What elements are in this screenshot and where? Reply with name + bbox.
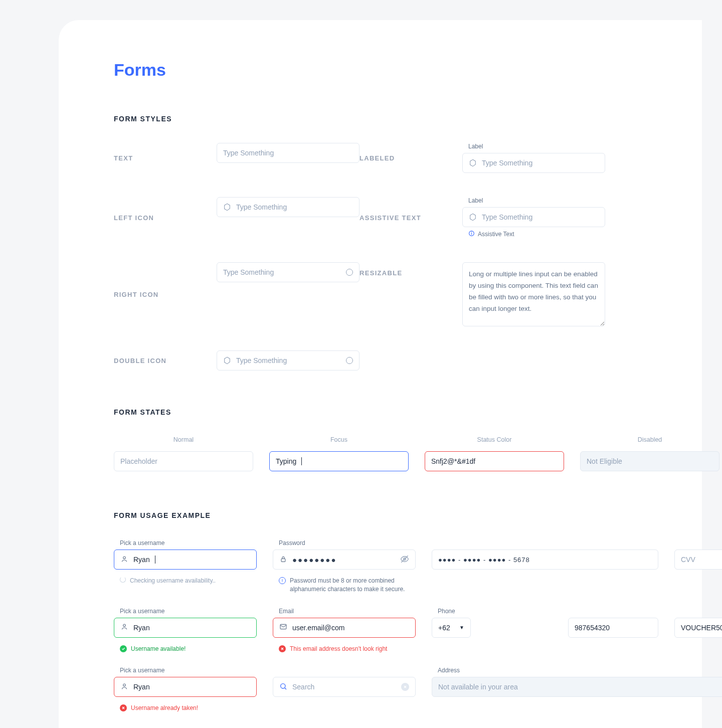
state-name-status: Status Color: [425, 436, 564, 443]
assistive-text: Assistive Text: [478, 231, 514, 238]
state-name-normal: Normal: [114, 436, 253, 443]
state-name-focus: Focus: [269, 436, 409, 443]
text-input-field[interactable]: [223, 149, 353, 157]
user-icon: [120, 555, 128, 565]
taken-msg: Username already taken!: [131, 704, 198, 712]
search-input[interactable]: [273, 677, 416, 697]
checking-msg: Checking username availability..: [130, 577, 216, 585]
style-label-resizable: Resizable: [359, 262, 462, 277]
phone-label: Phone: [432, 608, 552, 615]
text-cursor-icon: [301, 457, 302, 465]
username-available-input[interactable]: Ryan: [114, 618, 257, 638]
voucher-value: VOUCHER50: [681, 624, 722, 632]
state-status-value: Snfj2@*&#1df: [431, 457, 475, 465]
user-icon: [120, 682, 128, 692]
mail-icon: [279, 623, 287, 632]
circle-icon: [346, 357, 353, 364]
email-label: Email: [273, 608, 416, 615]
state-focus-value: Typing: [276, 457, 296, 465]
svg-point-2: [471, 232, 472, 233]
hexagon-icon: [469, 213, 477, 221]
clear-icon[interactable]: [401, 683, 409, 691]
righticon-input-field[interactable]: [223, 268, 341, 276]
style-label-text: Text: [114, 154, 217, 162]
error-circle-icon: [120, 704, 127, 711]
doubleicon-input[interactable]: [217, 350, 359, 371]
username-label: Pick a username: [114, 539, 257, 547]
resizable-textarea[interactable]: Long or multiple lines input can be enab…: [462, 262, 605, 326]
cvv-field[interactable]: [681, 556, 722, 564]
spinner-icon: [120, 577, 126, 583]
address-label: Address: [432, 667, 722, 674]
info-icon: [279, 577, 286, 584]
username-checking-input[interactable]: Ryan: [114, 550, 257, 570]
style-label-doubleicon: Double Icon: [114, 357, 217, 365]
password-hint: Password must be 8 or more combined alph…: [290, 577, 416, 594]
password-input[interactable]: ●●●●●●●●: [273, 550, 416, 570]
circle-icon: [346, 269, 353, 276]
phone-value: 987654320: [575, 624, 610, 632]
phone-code-select[interactable]: +62 ▼: [432, 618, 471, 638]
lefticon-input[interactable]: [217, 197, 359, 217]
password-label: Password: [273, 539, 416, 547]
section-usage: Form Usage Example: [114, 511, 702, 519]
username-taken-input[interactable]: Ryan: [114, 677, 257, 697]
voucher-input[interactable]: VOUCHER50: [674, 618, 722, 638]
hexagon-icon: [223, 356, 231, 365]
style-label-assistive: Assistive Text: [359, 214, 462, 222]
hexagon-icon: [223, 203, 231, 211]
labeled-input[interactable]: [462, 153, 605, 173]
state-name-disabled: Disabled: [580, 436, 719, 443]
svg-point-8: [282, 580, 283, 580]
username-available-value: Ryan: [133, 624, 150, 632]
username-taken-value: Ryan: [133, 683, 150, 691]
svg-point-12: [123, 624, 126, 627]
card-input[interactable]: ●●●● - ●●●● - ●●●● - 5678: [432, 550, 658, 570]
cvv-input[interactable]: [674, 550, 722, 570]
assistive-field-label: Label: [462, 197, 605, 204]
caret-down-icon: ▼: [459, 625, 464, 630]
style-label-labeled: Labeled: [359, 154, 462, 162]
available-msg: Username available!: [131, 645, 186, 653]
lock-icon: [279, 555, 287, 565]
eye-off-icon[interactable]: [400, 555, 409, 565]
text-cursor-icon: [155, 556, 155, 564]
address-value: Not available in your area: [438, 683, 518, 691]
email-input[interactable]: user.email@com: [273, 618, 416, 638]
phone-code-value: +62: [438, 624, 450, 632]
password-dots: ●●●●●●●●: [292, 556, 336, 564]
phone-input[interactable]: 987654320: [568, 618, 658, 638]
info-icon: [468, 230, 475, 238]
email-error-msg: This email address doesn't look right: [290, 645, 387, 653]
state-normal-input[interactable]: Placeholder: [114, 451, 253, 471]
section-form-states: Form States: [114, 408, 702, 416]
doubleicon-input-field[interactable]: [236, 356, 341, 365]
search-field[interactable]: [292, 683, 396, 691]
username-label: Pick a username: [114, 667, 257, 674]
assistive-input[interactable]: [462, 207, 605, 227]
state-disabled-input: Not Eligible: [580, 451, 719, 471]
text-input[interactable]: [217, 143, 359, 163]
assistive-input-field[interactable]: [482, 213, 599, 221]
hexagon-icon: [469, 159, 477, 167]
check-circle-icon: [120, 645, 127, 652]
svg-point-14: [123, 684, 126, 686]
section-form-styles: Form Styles: [114, 115, 702, 123]
email-value: user.email@com: [292, 624, 344, 632]
labeled-input-field[interactable]: [482, 159, 599, 167]
user-icon: [120, 623, 128, 632]
error-circle-icon: [279, 645, 286, 652]
search-icon: [279, 682, 287, 692]
username-label: Pick a username: [114, 608, 257, 615]
righticon-input[interactable]: [217, 262, 359, 282]
address-input: Not available in your area: [432, 677, 722, 697]
state-status-input[interactable]: Snfj2@*&#1df: [425, 451, 564, 471]
style-label-righticon: Right Icon: [114, 291, 217, 298]
lefticon-input-field[interactable]: [236, 203, 353, 211]
svg-rect-4: [281, 559, 285, 562]
state-normal-placeholder: Placeholder: [120, 457, 157, 465]
state-focus-input[interactable]: Typing: [269, 451, 409, 471]
style-label-lefticon: Left Icon: [114, 214, 217, 222]
card-value: ●●●● - ●●●● - ●●●● - 5678: [438, 556, 530, 564]
page-title: Forms: [114, 60, 702, 80]
